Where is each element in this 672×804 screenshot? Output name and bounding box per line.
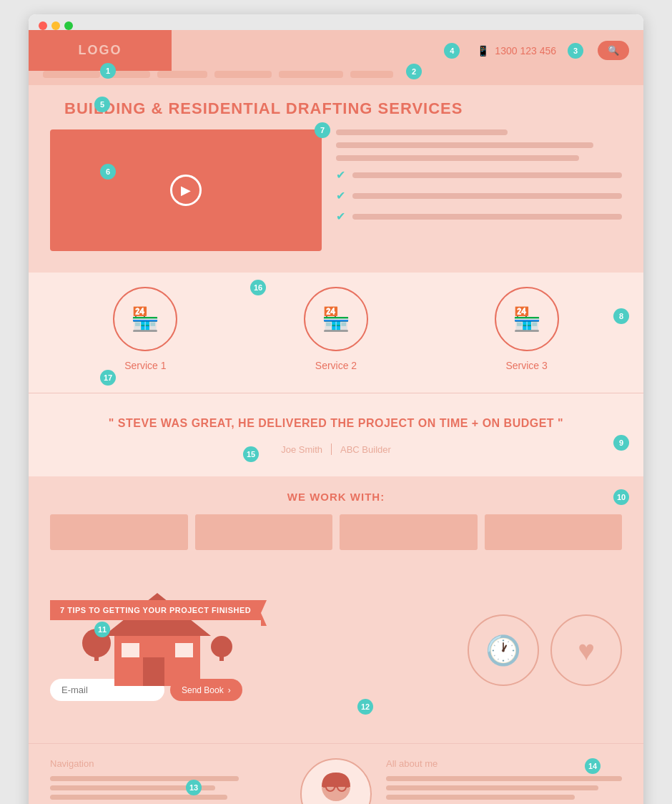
dot-red[interactable]: [39, 21, 47, 30]
service-label-1: Service 1: [124, 360, 166, 371]
service-icon-2: 🏪: [322, 305, 350, 333]
search-icon: 🔍: [608, 45, 619, 56]
badge-1: 1: [100, 63, 116, 79]
nav-item-6[interactable]: [350, 71, 393, 78]
badge-13: 13: [186, 780, 202, 795]
check-icon-2: ✔: [336, 189, 345, 202]
header-right: 4 📱 1300 123 456 3 🔍: [172, 32, 643, 69]
services-section: 16 8 17 🏪 Service 1 🏪 Service 2 🏪: [29, 273, 643, 393]
partner-logo-3: [340, 514, 478, 550]
nav-item-4[interactable]: [214, 71, 272, 78]
nav-item-5[interactable]: [279, 71, 343, 78]
header: 1 LOGO 4 📱 1300 123 456 3 🔍: [29, 30, 643, 71]
browser-chrome: [29, 14, 643, 30]
service-label-3: Service 3: [505, 360, 547, 371]
badge-12: 12: [357, 699, 373, 715]
clock-circle[interactable]: 🕐: [468, 614, 539, 686]
check-text-3: [352, 214, 622, 220]
text-line-1: [336, 129, 508, 135]
nav-item-3[interactable]: [157, 71, 207, 78]
search-bar[interactable]: 🔍: [598, 41, 629, 60]
badge-16: 16: [250, 280, 266, 295]
avatar-illustration: [307, 765, 365, 804]
check-text-1: [352, 172, 622, 178]
svg-rect-8: [219, 654, 224, 661]
author-company: ABC Builder: [340, 444, 391, 455]
check-icon-1: ✔: [336, 168, 345, 182]
badge-11: 11: [94, 622, 110, 637]
cta-right: 🕐 ♥: [468, 614, 622, 686]
check-item-3: ✔: [336, 210, 622, 223]
partner-logo-4: [485, 514, 623, 550]
heart-icon: ♥: [578, 634, 595, 667]
service-item-1: 🏪 Service 1: [113, 287, 177, 371]
cta-banner-text: 7 TIPS TO GETTING YOUR PROJECT FINISHED: [50, 600, 261, 620]
play-icon: ▶: [181, 182, 191, 198]
check-text-2: [352, 193, 622, 199]
phone-number: 1300 123 456: [495, 45, 556, 57]
dot-green[interactable]: [64, 21, 73, 30]
heart-circle[interactable]: ♥: [550, 614, 622, 686]
about-line-1: [386, 776, 622, 781]
phone-area: 📱 1300 123 456: [477, 45, 556, 57]
svg-rect-2: [143, 657, 164, 686]
service-item-3: 🏪 Service 3: [495, 287, 559, 371]
nav-item-1[interactable]: [43, 71, 100, 78]
badge-7: 7: [315, 122, 330, 138]
check-item-2: ✔: [336, 189, 622, 202]
badge-6: 6: [100, 164, 116, 180]
hero-text-block: 7 ✔ ✔ ✔: [336, 129, 622, 251]
badge-15: 15: [243, 446, 259, 462]
footer-about-lines: [386, 776, 622, 800]
clock-icon: 🕐: [485, 634, 521, 667]
svg-rect-6: [94, 650, 99, 661]
partner-logo-1: [50, 514, 188, 550]
page-content: 1 LOGO 4 📱 1300 123 456 3 🔍 2: [29, 30, 643, 804]
phone-icon: 📱: [477, 45, 489, 57]
hero-title: BUILDING & RESIDENTIAL DRAFTING SERVICES: [64, 99, 622, 118]
send-label: Send Book: [182, 685, 224, 695]
play-button[interactable]: ▶: [170, 175, 202, 206]
badge-10: 10: [613, 489, 629, 505]
service-icon-1: 🏪: [131, 305, 159, 333]
badge-14: 14: [585, 758, 601, 774]
hero-section: 5 BUILDING & RESIDENTIAL DRAFTING SERVIC…: [29, 85, 643, 273]
footer-avatar: [300, 758, 372, 804]
testimonial-quote: " STEVE WAS GREAT, HE DELIVERED THE PROJ…: [71, 415, 601, 432]
footer-section: 13 14 Navigation: [29, 743, 643, 804]
hero-body: 6 ▶ 7 ✔ ✔: [50, 129, 622, 251]
badge-5: 5: [94, 97, 110, 112]
testimonial-section: 9 15 " STEVE WAS GREAT, HE DELIVERED THE…: [29, 393, 643, 476]
cta-banner-wrapper: 7 TIPS TO GETTING YOUR PROJECT FINISHED: [50, 600, 261, 620]
cta-left: 7 TIPS TO GETTING YOUR PROJECT FINISHED …: [50, 579, 453, 722]
service-circle-1[interactable]: 🏪: [113, 287, 177, 351]
dot-yellow[interactable]: [51, 21, 60, 30]
service-circle-3[interactable]: 🏪: [495, 287, 559, 351]
text-line-3: [336, 155, 579, 161]
author-name: Joe Smith: [281, 444, 322, 455]
nav-bar: 2: [29, 71, 643, 85]
footer-nav-lines: [50, 776, 286, 804]
nav-line-3: [50, 795, 227, 800]
badge-2: 2: [406, 64, 422, 79]
nav-line-1: [50, 776, 239, 781]
badge-4: 4: [444, 43, 460, 59]
service-label-2: Service 2: [315, 360, 357, 371]
text-line-2: [336, 142, 593, 148]
svg-rect-4: [175, 643, 193, 657]
service-circle-2[interactable]: 🏪: [304, 287, 368, 351]
work-with-section: 10 WE WORK WITH:: [29, 476, 643, 564]
send-arrow: ›: [228, 685, 231, 695]
work-with-title: WE WORK WITH:: [50, 491, 622, 503]
about-line-3: [386, 795, 575, 800]
badge-3: 3: [568, 43, 583, 59]
cta-section: 11 12: [29, 564, 643, 743]
video-block[interactable]: ▶: [50, 129, 322, 251]
check-item-1: ✔: [336, 168, 622, 182]
svg-rect-3: [122, 643, 139, 657]
testimonial-author: Joe Smith ABC Builder: [71, 443, 601, 455]
footer-nav: Navigation: [50, 758, 286, 804]
about-line-2: [386, 785, 598, 790]
footer-nav-title: Navigation: [50, 758, 286, 769]
badge-8: 8: [613, 308, 629, 324]
